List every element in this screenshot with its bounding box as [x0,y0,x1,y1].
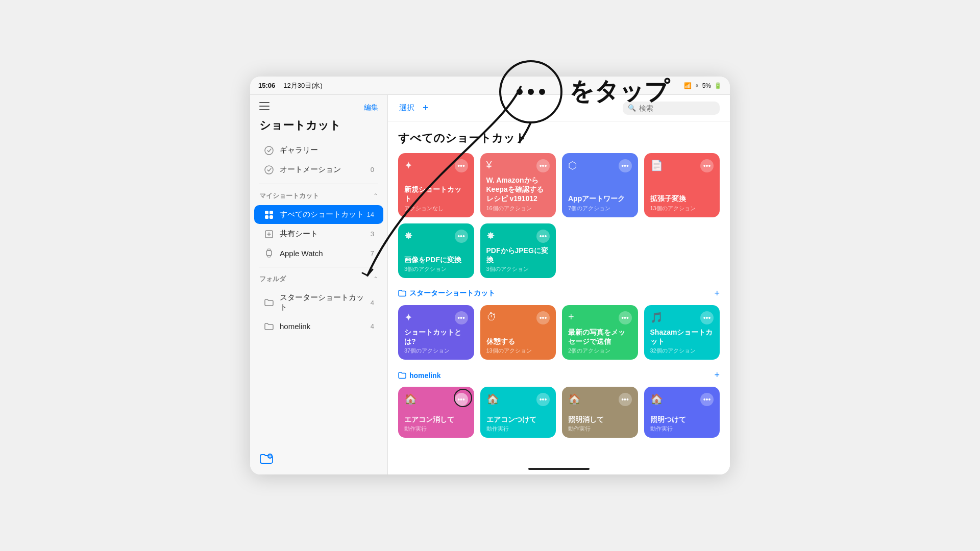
shortcut-card-aircon-off[interactable]: 🏠 ••• エアコン消して 動作実行 [398,387,474,438]
new-folder-icon[interactable] [259,452,274,466]
starter-shortcuts-grid: ✦ ••• ショートカットとは? 37個のアクション ⏱ ••• 休憩する [398,305,720,360]
shortcut-card-shazam[interactable]: 🎵 ••• Shazamショートカット 32個のアクション [644,305,720,360]
shortcut-card-aircon-on[interactable]: 🏠 ••• エアコンつけて 動作実行 [480,387,556,438]
shortcut-card-new-shortcut[interactable]: ✦ ••• 新規ショートカット アクションなし [398,153,474,217]
status-bar: 15:06 12月30日(水) 📶 ♀ 5% 🔋 [250,77,730,95]
card-header: ⬡ ••• [568,159,632,172]
select-button[interactable]: 選択 [398,101,415,115]
gallery-icon [263,146,275,155]
sidebar-item-gallery[interactable]: ギャラリー [254,141,383,160]
card-more-btn-what-is[interactable]: ••• [455,311,468,324]
sidebar-item-homelink[interactable]: homelink 4 [254,317,383,335]
svg-rect-10 [266,251,272,256]
card-subtitle-what-is: 37個のアクション [404,347,468,355]
starter-section-add-btn[interactable]: + [714,288,720,299]
card-subtitle-aircon-off: 動作実行 [404,425,468,433]
card-icon-what-is: ✦ [404,311,413,323]
card-icon-app-artwork: ⬡ [568,159,577,171]
content-scroll[interactable]: すべてのショートカット ✦ ••• 新規ショートカット アクションなし [388,121,730,463]
card-more-btn-new-shortcut[interactable]: ••• [455,159,468,172]
card-header: ✸ ••• [486,230,550,243]
sidebar: 編集 ショートカット ギャラリー オートメーション [250,95,388,474]
sidebar-section-main: ギャラリー オートメーション 0 [250,138,387,182]
card-header: 🏠 ••• [486,393,550,406]
shortcut-card-amazon-keepa[interactable]: ¥ ••• W. AmazonからKeepaを確認するレシピ v191012 1… [480,153,556,217]
card-more-btn-aircon-off[interactable]: ••• [455,393,468,406]
card-header: 🏠 ••• [650,393,714,406]
card-icon-light-on: 🏠 [650,393,663,405]
card-more-btn-pdf-to-jpeg[interactable]: ••• [536,230,550,243]
card-title-aircon-on: エアコンつけて [486,415,550,424]
card-subtitle-send-photo: 2個のアクション [568,347,632,355]
card-title-what-is: ショートカットとは? [404,328,468,346]
sidebar-title: ショートカット [250,116,387,138]
automation-label: オートメーション [280,165,371,174]
add-shortcut-button[interactable]: + [422,100,430,116]
card-more-btn-light-on[interactable]: ••• [700,393,714,406]
sidebar-edit-button[interactable]: 編集 [364,103,378,112]
svg-rect-7 [265,215,268,219]
my-shortcuts-chevron[interactable]: ⌃ [373,192,378,199]
sidebar-item-all-shortcuts[interactable]: すべてのショートカット 14 [254,205,383,224]
battery-percentage: 5% [702,82,711,89]
wifi-icon: 📶 [684,82,692,89]
search-icon: 🔍 [628,104,636,112]
sidebar-header: 編集 [250,95,387,116]
card-more-btn-send-photo[interactable]: ••• [619,311,632,324]
shortcut-card-light-on[interactable]: 🏠 ••• 照明つけて 動作実行 [644,387,720,438]
card-title-amazon-keepa: W. AmazonからKeepaを確認するレシピ v191012 [486,176,550,204]
card-title-pdf-to-jpeg: PDFからJPEGに変換 [486,246,550,264]
content-area: 選択 + 🔍 すべてのショートカット ✦ [388,95,730,474]
sidebar-toggle-btn[interactable] [259,102,270,113]
sidebar-item-shared-sheet[interactable]: 共有シート 3 [254,224,383,243]
svg-rect-6 [270,211,273,214]
sidebar-divider-1 [259,184,378,184]
card-subtitle-light-off: 動作実行 [568,425,632,433]
card-icon-relax: ⏱ [486,311,497,323]
all-shortcuts-count: 14 [367,211,374,218]
card-more-btn-shazam[interactable]: ••• [700,311,714,324]
card-subtitle-aircon-on: 動作実行 [486,425,550,433]
card-more-btn-extension-convert[interactable]: ••• [700,159,714,172]
homelink-count: 4 [371,322,374,330]
shortcut-card-relax[interactable]: ⏱ ••• 休憩する 13個のアクション [480,305,556,360]
folders-chevron[interactable]: ⌃ [373,276,378,283]
bottom-bar [388,463,730,474]
card-more-btn-aircon-on[interactable]: ••• [536,393,550,406]
apple-watch-count: 7 [371,249,374,257]
all-shortcuts-section-title: すべてのショートカット [398,131,720,146]
card-header: ⏱ ••• [486,311,550,324]
shortcut-card-image-to-pdf[interactable]: ✸ ••• 画像をPDFに変換 3個のアクション [398,223,474,278]
shortcut-card-pdf-to-jpeg[interactable]: ✸ ••• PDFからJPEGに変換 3個のアクション [480,223,556,278]
sidebar-divider-2 [259,267,378,267]
card-title-image-to-pdf: 画像をPDFに変換 [404,255,468,264]
card-more-btn-light-off[interactable]: ••• [619,393,632,406]
shortcut-card-send-photo[interactable]: + ••• 最新の写真をメッセージで送信 2個のアクション [562,305,638,360]
sidebar-item-automation[interactable]: オートメーション 0 [254,160,383,179]
automation-icon [263,165,275,174]
shortcut-card-extension-convert[interactable]: 📄 ••• 拡張子変換 13個のアクション [644,153,720,217]
search-input[interactable] [639,104,710,112]
starter-shortcuts-label: スターターショートカット [280,293,371,312]
svg-rect-0 [259,102,270,103]
homelink-section-title: homelink [398,371,440,380]
card-more-btn-image-to-pdf[interactable]: ••• [455,230,468,243]
shortcut-card-light-off[interactable]: 🏠 ••• 照明消して 動作実行 [562,387,638,438]
sidebar-item-apple-watch[interactable]: Apple Watch 7 [254,244,383,262]
sidebar-section-folders: スターターショートカット 4 homelink 4 [250,286,387,338]
all-shortcuts-icon [263,210,275,219]
card-header: ✦ ••• [404,311,468,324]
shortcut-card-app-artwork[interactable]: ⬡ ••• Appアートワーク 7個のアクション [562,153,638,217]
sidebar-item-starter-shortcuts[interactable]: スターターショートカット 4 [254,288,383,317]
starter-shortcuts-icon [263,298,275,307]
apple-watch-label: Apple Watch [280,249,371,258]
shared-sheet-count: 3 [371,230,374,238]
card-more-btn-app-artwork[interactable]: ••• [619,159,632,172]
card-subtitle-image-to-pdf: 3個のアクション [404,265,468,273]
homelink-section-add-btn[interactable]: + [714,370,720,381]
my-shortcuts-header: マイショートカット ⌃ [250,186,387,203]
shortcut-card-what-is-shortcut[interactable]: ✦ ••• ショートカットとは? 37個のアクション [398,305,474,360]
starter-section-title: スターターショートカット [398,289,495,298]
card-more-btn-amazon-keepa[interactable]: ••• [536,159,550,172]
card-more-btn-relax[interactable]: ••• [536,311,550,324]
